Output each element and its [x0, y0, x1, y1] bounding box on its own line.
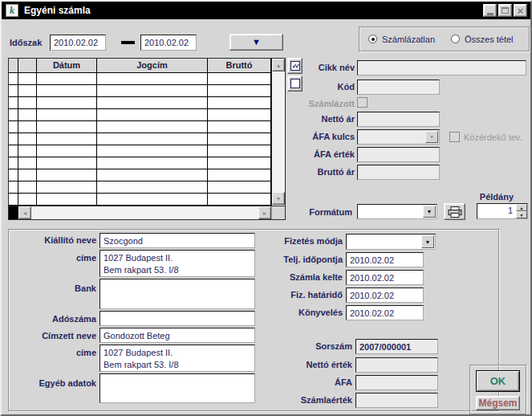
grid-cell[interactable] — [37, 85, 97, 96]
grid-cell[interactable] — [208, 194, 271, 205]
cimzett-cime-field[interactable]: 1027 Budapest II. Bem rakpart 53. I/8 — [99, 345, 255, 372]
grid-cell[interactable] — [37, 169, 97, 181]
grid-cell[interactable] — [9, 157, 18, 169]
grid-cell[interactable] — [18, 85, 37, 96]
grid-row[interactable] — [9, 85, 285, 97]
formatum-select[interactable]: ▼ — [357, 204, 437, 219]
grid-cell[interactable] — [208, 121, 271, 133]
grid-cell[interactable] — [208, 109, 271, 120]
grid-cell[interactable] — [208, 181, 271, 193]
combo-arrow-icon[interactable]: ▼ — [423, 206, 436, 218]
grid-cell[interactable] — [9, 194, 18, 205]
grid-cell[interactable] — [97, 85, 208, 96]
period-to-field[interactable]: 2010.02.02 — [140, 35, 197, 51]
kiallito-cime-field[interactable]: 1027 Budapest II. Bem rakpart 53. I/8 — [99, 250, 255, 277]
grid-cell[interactable] — [18, 157, 37, 169]
grid-cell[interactable] — [9, 85, 18, 96]
grid-cell[interactable] — [97, 169, 208, 181]
grid-cell[interactable] — [9, 133, 18, 145]
ok-button[interactable]: OK — [476, 370, 520, 392]
grid-cell[interactable] — [18, 181, 37, 193]
grid-cell[interactable] — [208, 157, 271, 169]
grid-cell[interactable] — [208, 133, 271, 145]
spin-down-button[interactable]: ▼ — [516, 211, 527, 218]
grid-cell[interactable] — [37, 109, 97, 120]
grid-cell[interactable] — [97, 145, 208, 157]
bank-field[interactable] — [99, 279, 255, 309]
grid-cell[interactable] — [9, 109, 18, 120]
hscroll-track[interactable] — [31, 206, 258, 219]
grid-cell[interactable] — [208, 97, 271, 108]
grid-row[interactable] — [9, 133, 285, 145]
grid-cell[interactable] — [9, 121, 18, 133]
grid-cell[interactable] — [18, 133, 37, 145]
grid-cell[interactable] — [97, 73, 208, 84]
grid-cell[interactable] — [97, 97, 208, 108]
grid-cell[interactable] — [97, 109, 208, 120]
grid-cell[interactable] — [37, 97, 97, 108]
grid-row[interactable] — [9, 194, 285, 206]
scroll-right-button[interactable]: ► — [258, 206, 271, 219]
grid-row[interactable] — [9, 109, 285, 121]
grid-cell[interactable] — [18, 73, 37, 84]
grid-row[interactable] — [9, 121, 285, 133]
grid-row[interactable] — [9, 181, 285, 194]
grid-hscrollbar[interactable]: ◄ ► — [9, 206, 285, 219]
titlebar[interactable]: k Egyéni számla × — [2, 2, 530, 19]
grid-cell[interactable] — [18, 121, 37, 133]
telj-idopontja-field[interactable]: 2010.02.02 — [346, 252, 424, 267]
grid-cell[interactable] — [97, 194, 208, 205]
grid-cell[interactable] — [18, 145, 37, 157]
grid-cell[interactable] — [208, 145, 271, 157]
adoszama-field[interactable] — [99, 311, 255, 326]
print-button[interactable] — [444, 203, 465, 220]
cancel-button[interactable]: Mégsem — [476, 396, 520, 410]
grid-row[interactable] — [9, 73, 285, 85]
grid-cell[interactable] — [9, 145, 18, 157]
fiz-hatarido-field[interactable]: 2010.02.02 — [346, 288, 424, 303]
grid-cell[interactable] — [9, 97, 18, 108]
grid-cell[interactable] — [97, 133, 208, 145]
grid-cell[interactable] — [18, 97, 37, 108]
egyeb-adatok-field[interactable] — [99, 373, 255, 403]
scroll-down-button[interactable]: ▼ — [272, 192, 285, 205]
minimize-button[interactable] — [483, 4, 497, 17]
grid-cell[interactable] — [9, 73, 18, 84]
period-from-field[interactable]: 2010.02.02 — [50, 35, 106, 51]
grid-cell[interactable] — [18, 109, 37, 120]
grid-cell[interactable] — [97, 157, 208, 169]
grid-cell[interactable] — [97, 181, 208, 193]
grid-cell[interactable] — [208, 169, 271, 181]
grid-row[interactable] — [9, 145, 285, 157]
cimzett-neve-field[interactable]: Gondozott Beteg — [99, 328, 255, 343]
spin-up-button[interactable]: ▲ — [516, 204, 527, 211]
maximize-button[interactable] — [498, 4, 512, 17]
grid-cell[interactable] — [37, 194, 97, 205]
grid-cell[interactable] — [37, 181, 97, 193]
peldany-value[interactable]: 1 — [477, 204, 515, 218]
scroll-left-button[interactable]: ◄ — [18, 206, 31, 219]
kiallito-neve-field[interactable]: Szocgond — [99, 233, 255, 248]
grid-cell[interactable] — [37, 133, 97, 145]
konyveles-field[interactable]: 2010.02.02 — [346, 305, 424, 320]
fizetes-modja-select[interactable]: csekk ▼ — [346, 234, 436, 250]
grid-cell[interactable] — [208, 73, 271, 84]
grid-row[interactable] — [9, 169, 285, 181]
grid-cell[interactable] — [18, 194, 37, 205]
grid-cell[interactable] — [9, 169, 18, 181]
szamla-kelte-field[interactable]: 2010.02.02 — [346, 270, 424, 285]
close-button[interactable]: × — [514, 4, 527, 17]
period-dropdown-button[interactable]: ▼ — [229, 34, 283, 51]
grid-cell[interactable] — [37, 121, 97, 133]
grid-cell[interactable] — [37, 73, 97, 84]
grid-row[interactable] — [9, 97, 285, 109]
combo-arrow-icon[interactable]: ▼ — [421, 235, 434, 248]
grid-cell[interactable] — [9, 181, 18, 193]
grid-cell[interactable] — [37, 157, 97, 169]
grid-cell[interactable] — [208, 85, 271, 96]
grid-cell[interactable] — [37, 145, 97, 157]
peldany-spinner[interactable]: 1 ▲ ▼ — [477, 203, 528, 219]
radio-szamlazatlan[interactable] — [368, 35, 377, 43]
grid-cell[interactable] — [97, 121, 208, 133]
radio-osszes-tetel[interactable] — [451, 35, 460, 43]
